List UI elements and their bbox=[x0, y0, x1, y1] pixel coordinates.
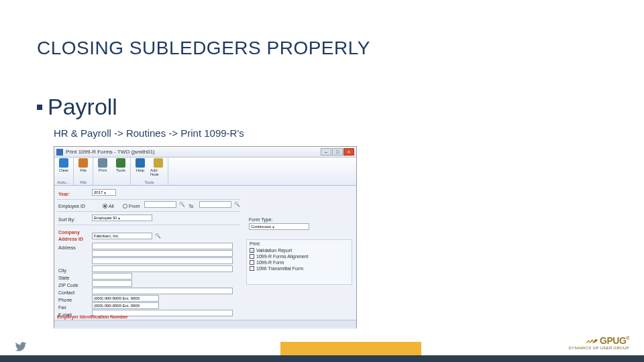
address-label: Address bbox=[58, 245, 76, 250]
breadcrumb: HR & Payroll -> Routines -> Print 1099-R… bbox=[54, 127, 244, 139]
fax-field[interactable]: (000) 000-0000 Ext. 0000 bbox=[92, 302, 159, 309]
scope-from-radio[interactable] bbox=[123, 204, 127, 208]
print-option[interactable]: Validation Report bbox=[250, 248, 349, 253]
company-label: Company bbox=[58, 230, 80, 235]
address-line1-field[interactable] bbox=[92, 243, 233, 249]
checkbox-icon[interactable] bbox=[250, 254, 254, 259]
company-field[interactable]: Fabrikam, Inc. bbox=[92, 233, 152, 239]
address-line2-field[interactable] bbox=[92, 250, 233, 257]
year-dropdown[interactable]: 2017 bbox=[92, 189, 116, 196]
file-icon bbox=[78, 158, 88, 168]
fax-label: Fax bbox=[58, 305, 66, 310]
ribbon-toolbar: ClearActio…FileFilePrintToolsHelpAdd Not… bbox=[54, 158, 356, 186]
help-button[interactable]: Help bbox=[132, 158, 148, 176]
contact-label: Contact bbox=[58, 290, 74, 295]
window-controls: – □ × bbox=[321, 148, 354, 156]
slide-title: CLOSING SUBLEDGERS PROPERLY bbox=[37, 38, 370, 59]
lookup-icon[interactable]: 🔍 bbox=[234, 202, 239, 207]
state-label: State bbox=[58, 276, 69, 280]
close-button[interactable]: × bbox=[343, 148, 354, 156]
print-button[interactable]: Print bbox=[95, 158, 111, 172]
ein-label: Employer Identification Number bbox=[57, 314, 128, 319]
section-heading: Payroll bbox=[37, 94, 117, 120]
window-statusbar bbox=[54, 320, 356, 328]
lookup-icon[interactable]: 🔍 bbox=[179, 202, 184, 207]
employee-id-label: Employee ID bbox=[58, 204, 85, 208]
address-id-label: Address ID bbox=[58, 237, 83, 241]
phone-field[interactable]: (000) 000-0000 Ext. 0000 bbox=[92, 295, 159, 302]
checkbox-icon[interactable] bbox=[250, 248, 254, 253]
form-type-label: Form Type: bbox=[249, 217, 272, 222]
zip-field[interactable] bbox=[92, 280, 132, 287]
clear-icon bbox=[59, 158, 68, 168]
app-window: Print 1099-R Forms - TWO (jsmith01) – □ … bbox=[54, 146, 357, 328]
logo-text: GPUG® bbox=[600, 335, 629, 346]
sort-by-dropdown[interactable]: Employee ID bbox=[92, 215, 152, 221]
phone-label: Phone bbox=[58, 298, 72, 302]
svg-marker-2 bbox=[592, 339, 598, 343]
state-field[interactable] bbox=[92, 273, 132, 280]
print-options-panel: Print: Validation Report1099-R Forms Ali… bbox=[246, 239, 352, 285]
window-titlebar: Print 1099-R Forms - TWO (jsmith01) – □ … bbox=[54, 147, 356, 158]
zip-label: ZIP Code bbox=[58, 283, 78, 288]
section-text: Payroll bbox=[48, 94, 117, 120]
twitter-icon bbox=[15, 341, 27, 355]
addnote-button[interactable]: Add Note bbox=[150, 158, 166, 176]
footer-bar bbox=[0, 355, 644, 362]
print-icon bbox=[98, 158, 107, 168]
sort-by-label: Sort By: bbox=[58, 217, 75, 222]
print-option[interactable]: 1099-R Forms Alignment bbox=[250, 254, 349, 259]
checkbox-icon[interactable] bbox=[250, 266, 254, 271]
brand-logo: GPUG® Dynamics GP User Group bbox=[568, 335, 629, 350]
city-field[interactable] bbox=[92, 265, 233, 272]
contact-field[interactable] bbox=[92, 288, 233, 294]
print-label: Print: bbox=[250, 241, 349, 246]
form-type-dropdown[interactable]: Continuous bbox=[249, 223, 309, 230]
logo-subtitle: Dynamics GP User Group bbox=[568, 346, 629, 350]
tools-button[interactable]: Tools bbox=[113, 158, 129, 172]
file-button[interactable]: File bbox=[75, 158, 91, 172]
lookup-icon[interactable]: 🔍 bbox=[155, 233, 160, 239]
from-employee-field[interactable] bbox=[144, 201, 176, 208]
year-label: Year: bbox=[58, 192, 70, 196]
print-option[interactable]: 1099-R Form bbox=[250, 260, 349, 265]
city-label: City bbox=[58, 268, 66, 273]
window-title: Print 1099-R Forms - TWO (jsmith01) bbox=[66, 149, 321, 155]
slide-footer: GPUG® Dynamics GP User Group bbox=[0, 342, 644, 362]
scope-all-radio[interactable] bbox=[103, 204, 107, 208]
clear-button[interactable]: Clear bbox=[56, 158, 72, 172]
address-line3-field[interactable] bbox=[92, 257, 233, 264]
slide: CLOSING SUBLEDGERS PROPERLY Payroll HR &… bbox=[0, 0, 644, 362]
checkbox-icon[interactable] bbox=[250, 260, 254, 265]
help-icon bbox=[136, 158, 145, 168]
app-icon bbox=[56, 149, 63, 156]
form-body: Year: 2017 Employee ID All From 🔍 To bbox=[54, 186, 356, 329]
tools-icon bbox=[116, 158, 125, 168]
logo-mark-icon bbox=[586, 337, 598, 344]
addnote-icon bbox=[154, 158, 163, 168]
minimize-button[interactable]: – bbox=[321, 148, 331, 156]
bullet-icon bbox=[37, 105, 42, 110]
print-option[interactable]: 1096 Transmittal Form bbox=[250, 266, 349, 271]
accent-bar bbox=[280, 342, 421, 355]
maximize-button[interactable]: □ bbox=[332, 148, 343, 156]
to-employee-field[interactable] bbox=[199, 201, 231, 208]
